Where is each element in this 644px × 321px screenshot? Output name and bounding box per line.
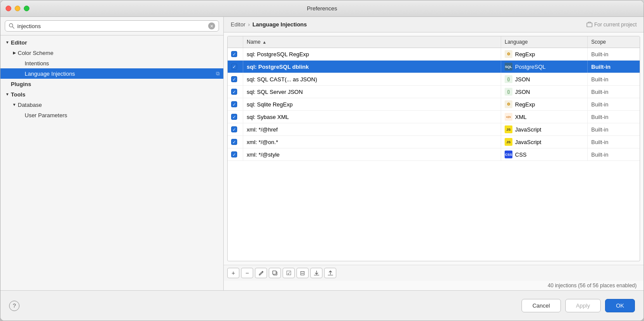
sidebar-item-label: Color Scheme — [18, 50, 220, 56]
duplicate-button[interactable] — [269, 268, 281, 278]
language-label: JSON — [515, 76, 530, 83]
sidebar-item-color-scheme[interactable]: Color Scheme — [0, 48, 223, 58]
for-project-label: For current project — [594, 22, 637, 28]
arrow-icon — [11, 49, 18, 56]
remove-button[interactable]: − — [241, 268, 253, 278]
svg-rect-2 — [587, 23, 592, 27]
sidebar: ✕ Editor Color Scheme Intentions — [0, 17, 224, 290]
search-clear-button[interactable]: ✕ — [208, 22, 215, 29]
row-name-cell: xml: */@on.* — [243, 136, 501, 148]
row-scope-cell: Built-in — [588, 48, 640, 60]
sidebar-item-label: Database — [18, 102, 220, 108]
row-name-cell: sql: PostgreSQL dblink — [243, 61, 501, 73]
add-button[interactable]: + — [227, 268, 239, 278]
table-row[interactable]: ✓ sql: SQL Server JSON {} JSON Built-in — [228, 86, 640, 98]
maximize-button[interactable] — [24, 6, 29, 11]
search-input[interactable] — [17, 23, 206, 29]
row-checkbox[interactable]: ✓ — [231, 126, 237, 132]
breadcrumb-parent: Editor — [231, 21, 245, 28]
bottom-actions: Cancel Apply OK — [522, 299, 635, 312]
language-label: JavaScript — [515, 139, 541, 145]
table-toolbar: + − ☑ ⊟ — [224, 265, 644, 281]
language-label: RegExp — [515, 101, 535, 108]
language-icon: JS — [505, 125, 512, 133]
row-checkbox[interactable]: ✓ — [231, 114, 237, 120]
close-button[interactable] — [6, 6, 11, 11]
disable-button[interactable]: ⊟ — [296, 268, 309, 278]
row-checkbox[interactable]: ✓ — [231, 51, 237, 57]
row-name-cell: sql: SQL CAST(... as JSON) — [243, 73, 501, 85]
sidebar-item-tools[interactable]: Tools — [0, 89, 223, 100]
svg-line-1 — [13, 27, 14, 29]
minimize-button[interactable] — [15, 6, 20, 11]
svg-rect-4 — [273, 271, 276, 274]
table-row[interactable]: ✓ sql: Sqlite RegExp ⚙ RegExp Built-in — [228, 98, 640, 111]
row-scope-cell: Built-in — [588, 98, 640, 110]
table-row[interactable]: ✓ sql: Sybase XML </> XML Built-in — [228, 111, 640, 123]
language-label: JavaScript — [515, 126, 541, 133]
edit-button[interactable] — [255, 268, 267, 278]
row-checkbox[interactable]: ✓ — [231, 151, 237, 157]
table-row[interactable]: ✓ xml: */@on.* JS JavaScript Built-in — [228, 136, 640, 148]
language-label: RegExp — [515, 51, 535, 58]
right-header: Editor › Language Injections For current… — [224, 17, 644, 32]
for-project[interactable]: For current project — [586, 22, 637, 28]
sidebar-item-database[interactable]: Database — [0, 100, 223, 110]
row-language-cell: JS JavaScript — [501, 123, 588, 135]
language-icon: </> — [505, 113, 512, 121]
export-icon — [328, 270, 333, 276]
table-row[interactable]: ✓ xml: */@style CSS CSS Built-in — [228, 148, 640, 161]
th-language-label: Language — [505, 39, 528, 45]
language-label: JSON — [515, 89, 530, 95]
row-scope-cell: Built-in — [588, 73, 640, 85]
table-row[interactable]: ✓ sql: PostgreSQL dblink SQL PostgreSQL … — [228, 61, 640, 73]
row-language-cell: SQL PostgreSQL — [501, 61, 588, 73]
table-row[interactable]: ✓ sql: SQL CAST(... as JSON) {} JSON Bui… — [228, 73, 640, 86]
sidebar-item-user-parameters[interactable]: User Parameters — [0, 110, 223, 120]
language-label: XML — [515, 114, 527, 120]
language-label: CSS — [515, 151, 527, 158]
traffic-lights — [6, 6, 29, 11]
row-checkbox-cell: ✓ — [228, 111, 243, 123]
th-scope[interactable]: Scope — [588, 36, 640, 48]
sidebar-item-editor[interactable]: Editor — [0, 37, 223, 48]
row-language-cell: CSS CSS — [501, 148, 588, 160]
copy-icon: ⧉ — [216, 71, 220, 77]
language-icon: ⚙ — [505, 50, 512, 58]
row-checkbox[interactable]: ✓ — [231, 64, 237, 70]
row-scope-cell: Built-in — [588, 148, 640, 160]
ok-button[interactable]: OK — [605, 299, 635, 312]
th-language[interactable]: Language — [501, 36, 588, 48]
row-checkbox[interactable]: ✓ — [231, 101, 237, 107]
row-checkbox[interactable]: ✓ — [231, 139, 237, 145]
export-button[interactable] — [324, 268, 336, 278]
sidebar-item-plugins[interactable]: Plugins — [0, 79, 223, 89]
bottom-bar: ? Cancel Apply OK — [0, 290, 644, 321]
row-checkbox-cell: ✓ — [228, 136, 243, 148]
enable-button[interactable]: ☑ — [283, 268, 295, 278]
table-row[interactable]: ✓ xml: */@href JS JavaScript Built-in — [228, 123, 640, 136]
language-icon: JS — [505, 138, 512, 146]
breadcrumb-current: Language Injections — [252, 21, 307, 28]
apply-button[interactable]: Apply — [565, 299, 601, 312]
language-icon: {} — [505, 88, 512, 96]
row-checkbox-cell: ✓ — [228, 61, 243, 73]
sidebar-item-intentions[interactable]: Intentions — [0, 58, 223, 68]
sidebar-item-label: User Parameters — [25, 112, 220, 119]
import-button[interactable] — [310, 268, 322, 278]
table-row[interactable]: ✓ sql: PostgreSQL RegExp ⚙ RegExp Built-… — [228, 48, 640, 61]
help-button[interactable]: ? — [9, 301, 19, 311]
sidebar-item-label: Tools — [11, 91, 220, 98]
row-checkbox-cell: ✓ — [228, 148, 243, 160]
th-scope-label: Scope — [591, 39, 606, 45]
th-name[interactable]: Name ▲ — [243, 36, 501, 48]
sidebar-item-language-injections[interactable]: Language Injections ⧉ — [0, 68, 223, 79]
row-checkbox[interactable]: ✓ — [231, 89, 237, 95]
row-checkbox[interactable]: ✓ — [231, 76, 237, 82]
row-language-cell: </> XML — [501, 111, 588, 123]
language-icon: {} — [505, 75, 512, 83]
cancel-button[interactable]: Cancel — [522, 299, 560, 312]
edit-icon — [258, 270, 264, 276]
row-name-cell: xml: */@style — [243, 148, 501, 160]
import-icon — [314, 270, 319, 276]
